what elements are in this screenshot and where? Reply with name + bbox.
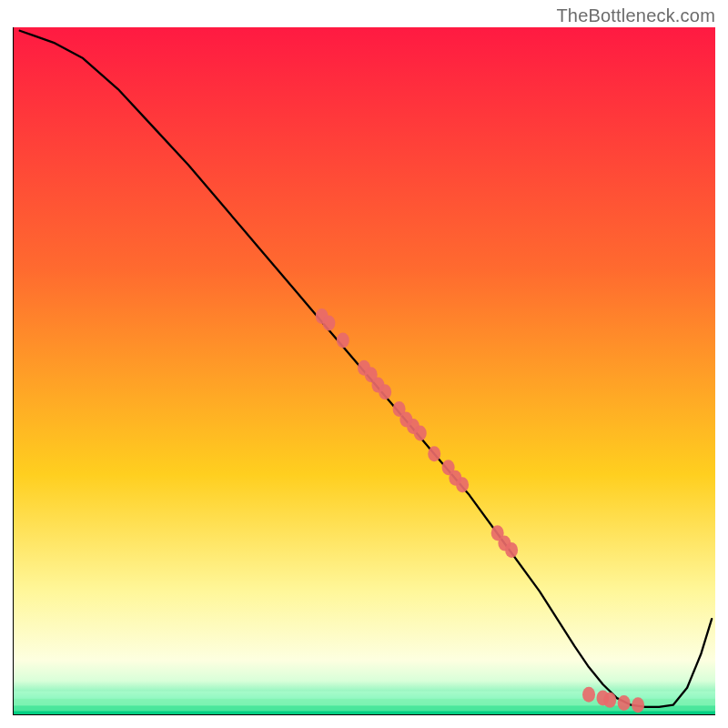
data-point: [379, 384, 391, 399]
data-point: [414, 426, 427, 441]
data-point: [456, 477, 469, 492]
data-point: [618, 695, 631, 711]
data-point: [322, 316, 335, 331]
watermark-text: TheBottleneck.com: [556, 5, 715, 26]
plot-area: [13, 27, 715, 715]
data-point: [632, 697, 644, 713]
data-point: [428, 446, 440, 461]
data-point: [505, 542, 518, 558]
chart-container: TheBottleneck.com: [0, 0, 728, 728]
plot-svg: [13, 27, 715, 715]
data-point: [582, 687, 595, 703]
data-point: [603, 693, 616, 708]
data-point: [337, 332, 349, 348]
